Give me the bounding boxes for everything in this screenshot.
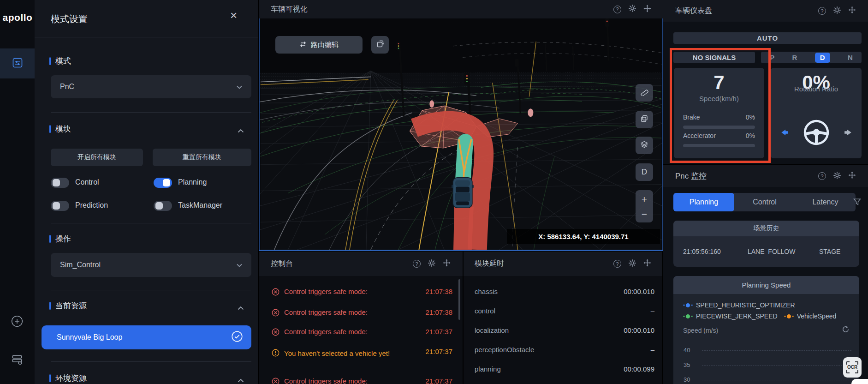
operation-select[interactable]: Sim_Control (51, 253, 251, 277)
collapse-current-resource-icon[interactable] (238, 304, 244, 312)
resource-item-selected[interactable]: Sunnyvale Big Loop (42, 325, 251, 349)
close-icon[interactable]: × (230, 9, 237, 21)
scene-history-card: 场景历史 21:05:56:160 LANE_FOLLOW STAGE (673, 221, 859, 267)
gear-d-active: D (815, 53, 830, 63)
start-all-modules-button[interactable]: 开启所有模块 (51, 149, 143, 166)
move-icon[interactable] (643, 259, 651, 269)
gridline (702, 380, 851, 380)
delay-module-name: perceptionObstacle (475, 346, 534, 354)
console-message: You haven't selected a vehicle yet! (284, 348, 421, 360)
legend-speed-heuristic[interactable]: SPEED_HEURISTIC_OPTIMIZER (683, 301, 850, 309)
view-switch-button[interactable] (371, 36, 389, 54)
scene-stage: STAGE (819, 248, 840, 255)
help-icon[interactable]: ? (413, 260, 421, 268)
toggle-planning[interactable] (154, 178, 172, 188)
refresh-icon[interactable] (842, 325, 850, 335)
toggle-planning-label: Planning (178, 178, 207, 186)
gear-icon[interactable] (833, 6, 841, 16)
rail-item-resource-manager[interactable] (11, 354, 23, 366)
planning-speed-header: Planning Speed (673, 276, 859, 294)
toggle-prediction-label: Prediction (75, 201, 108, 210)
steering-wheel-icon (801, 117, 832, 150)
zoom-in-button[interactable]: + (642, 192, 647, 207)
collapse-modules-icon[interactable] (238, 126, 244, 135)
console-entry: Control triggers safe mode: 21:07:38 (272, 308, 452, 318)
gear-icon[interactable] (428, 259, 436, 269)
route-edit-icon (299, 41, 307, 49)
console-scrollbar[interactable] (458, 279, 460, 320)
legend-label: PIECEWISE_JERK_SPEED (696, 312, 778, 320)
current-resource-label: 当前资源 (55, 300, 87, 311)
tab-control[interactable]: Control (734, 193, 795, 211)
copy-view-button[interactable] (636, 111, 653, 128)
toggle-control[interactable] (51, 178, 69, 188)
pedestrian-marker (429, 100, 434, 108)
route-edit-button[interactable]: 路由编辑 (275, 36, 363, 54)
resource-item-label: Sunnyvale Big Loop (57, 333, 122, 342)
error-icon (272, 309, 279, 318)
tab-latency[interactable]: Latency (795, 193, 856, 211)
error-icon (272, 328, 279, 337)
zoom-out-button[interactable]: − (642, 207, 647, 221)
section-marker (49, 374, 51, 382)
help-icon[interactable]: ? (613, 6, 621, 13)
mode-select-value: PnC (60, 83, 74, 91)
3d-scene[interactable]: 路由编辑 (260, 18, 662, 250)
coordinates-text: X: 586133.64, Y: 4140039.71 (538, 233, 628, 240)
legend-vehicle-speed[interactable]: VehicleSpeed (784, 312, 837, 320)
section-marker (49, 125, 51, 133)
help-icon[interactable]: ? (818, 172, 826, 180)
pnc-header: Pnc 监控 ? (663, 165, 868, 187)
legend-marker-orange (784, 314, 794, 318)
layers-button[interactable] (636, 137, 653, 154)
tab-planning[interactable]: Planning (673, 193, 734, 211)
section-modules-label: 模块 (55, 124, 71, 134)
delay-module-name: planning (475, 365, 501, 373)
filter-icon[interactable] (853, 198, 861, 208)
vehicle-visualization-panel: 车辆可视化 ? (259, 0, 663, 251)
console-time: 21:07:38 (426, 288, 452, 295)
delay-module-name: control (475, 307, 495, 315)
rotation-card: 0% Rotation Ratio (771, 68, 862, 158)
error-icon (272, 378, 279, 384)
move-icon[interactable] (443, 259, 451, 269)
move-icon[interactable] (643, 5, 651, 14)
console-header: 控制台 ? (259, 252, 463, 276)
copy-icon (641, 115, 648, 124)
rail-item-add[interactable] (11, 315, 23, 327)
operation-select-value: Sim_Control (60, 261, 101, 269)
gear-icon[interactable] (628, 259, 636, 269)
section-current-resource: 当前资源 (49, 300, 87, 311)
dreamview-app: apollo (0, 0, 868, 384)
planning-speed-card: Planning Speed SPEED_HEURISTIC_OPTIMIZER… (673, 276, 859, 384)
section-mode: 模式 (49, 56, 71, 66)
help-icon[interactable]: ? (613, 260, 621, 268)
drive-mode-text: AUTO (757, 34, 778, 42)
check-circle-icon (231, 330, 243, 344)
move-icon[interactable] (848, 171, 856, 181)
dimension-toggle-button[interactable]: D (636, 163, 653, 181)
ruler-tool-button[interactable] (636, 84, 653, 102)
delay-value: – (651, 307, 654, 315)
console-entry: Control triggers safe mode: 21:07:38 (272, 288, 452, 297)
collapse-environment-resource-icon[interactable] (238, 376, 244, 384)
gear-icon[interactable] (628, 4, 636, 14)
rail-item-mode-settings[interactable] (0, 48, 35, 78)
module-delay-header: 模块延时 ? (464, 252, 662, 276)
gear-icon[interactable] (833, 171, 841, 181)
console-message: Control triggers safe mode: (284, 308, 421, 316)
reset-all-modules-button[interactable]: 重置所有模块 (153, 149, 251, 166)
toggle-taskmanager[interactable] (154, 201, 172, 211)
mode-settings-icon (12, 57, 24, 71)
toggle-prediction[interactable] (51, 201, 69, 211)
tab-latency-label: Latency (812, 198, 838, 206)
warning-icon (272, 349, 279, 358)
legend-piecewise-jerk[interactable]: PIECEWISE_JERK_SPEED (683, 312, 778, 320)
view-switch-icon (376, 40, 384, 50)
help-icon[interactable]: ? (818, 7, 826, 15)
mode-select[interactable]: PnC (51, 75, 251, 98)
console-title: 控制台 (271, 259, 293, 269)
scene-history-title: 场景历史 (754, 224, 779, 233)
move-icon[interactable] (848, 6, 856, 16)
pnc-tabbar: Planning Control Latency (673, 193, 856, 211)
